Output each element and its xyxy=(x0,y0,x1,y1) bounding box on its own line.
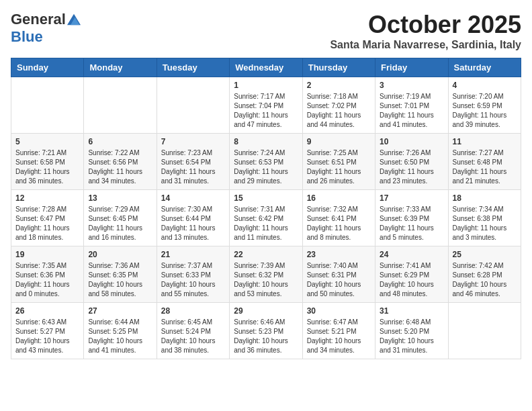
calendar-cell xyxy=(157,77,229,134)
day-info: Sunrise: 7:26 AM Sunset: 6:50 PM Dayligh… xyxy=(380,148,443,186)
logo: General Blue xyxy=(11,11,81,46)
calendar-cell: 20Sunrise: 7:36 AM Sunset: 6:35 PM Dayli… xyxy=(84,246,157,303)
calendar-week-row: 1Sunrise: 7:17 AM Sunset: 7:04 PM Daylig… xyxy=(11,77,521,134)
day-info: Sunrise: 7:36 AM Sunset: 6:35 PM Dayligh… xyxy=(88,261,152,299)
calendar-cell: 23Sunrise: 7:40 AM Sunset: 6:31 PM Dayli… xyxy=(302,246,375,303)
day-number: 26 xyxy=(15,306,79,316)
weekday-header-cell: Wednesday xyxy=(230,58,302,77)
day-number: 19 xyxy=(15,250,79,259)
weekday-header-cell: Saturday xyxy=(448,58,521,77)
day-number: 1 xyxy=(234,81,298,90)
day-number: 2 xyxy=(307,81,371,90)
day-number: 18 xyxy=(453,193,517,203)
day-number: 10 xyxy=(380,137,443,146)
day-info: Sunrise: 7:25 AM Sunset: 6:51 PM Dayligh… xyxy=(307,148,371,186)
calendar-cell: 7Sunrise: 7:23 AM Sunset: 6:54 PM Daylig… xyxy=(157,134,229,190)
calendar-cell xyxy=(84,77,157,134)
calendar-cell: 17Sunrise: 7:33 AM Sunset: 6:39 PM Dayli… xyxy=(375,190,448,246)
day-number: 20 xyxy=(88,250,152,259)
day-info: Sunrise: 7:32 AM Sunset: 6:41 PM Dayligh… xyxy=(307,205,371,242)
calendar-cell: 3Sunrise: 7:19 AM Sunset: 7:01 PM Daylig… xyxy=(375,77,448,134)
calendar-cell: 30Sunrise: 6:47 AM Sunset: 5:21 PM Dayli… xyxy=(302,303,375,359)
day-info: Sunrise: 7:27 AM Sunset: 6:48 PM Dayligh… xyxy=(453,148,517,186)
day-info: Sunrise: 7:31 AM Sunset: 6:42 PM Dayligh… xyxy=(234,205,298,242)
day-number: 13 xyxy=(88,193,152,203)
day-number: 7 xyxy=(161,137,225,146)
calendar-week-row: 12Sunrise: 7:28 AM Sunset: 6:47 PM Dayli… xyxy=(11,190,521,246)
calendar-cell: 27Sunrise: 6:44 AM Sunset: 5:25 PM Dayli… xyxy=(84,303,157,359)
day-info: Sunrise: 7:20 AM Sunset: 6:59 PM Dayligh… xyxy=(453,92,517,130)
calendar-cell: 12Sunrise: 7:28 AM Sunset: 6:47 PM Dayli… xyxy=(11,190,84,246)
title-section: October 2025 Santa Maria Navarrese, Sard… xyxy=(330,11,521,51)
day-number: 17 xyxy=(380,193,443,203)
calendar-cell: 19Sunrise: 7:35 AM Sunset: 6:36 PM Dayli… xyxy=(11,246,84,303)
day-number: 31 xyxy=(380,306,443,316)
calendar-cell xyxy=(11,77,84,134)
calendar-cell: 16Sunrise: 7:32 AM Sunset: 6:41 PM Dayli… xyxy=(302,190,375,246)
day-info: Sunrise: 7:35 AM Sunset: 6:36 PM Dayligh… xyxy=(15,261,79,299)
day-info: Sunrise: 7:30 AM Sunset: 6:44 PM Dayligh… xyxy=(161,205,225,242)
day-number: 29 xyxy=(234,306,298,316)
day-number: 25 xyxy=(453,250,517,259)
calendar-body: 1Sunrise: 7:17 AM Sunset: 7:04 PM Daylig… xyxy=(11,77,521,359)
day-info: Sunrise: 7:18 AM Sunset: 7:02 PM Dayligh… xyxy=(307,92,371,130)
day-number: 6 xyxy=(88,137,152,146)
day-number: 11 xyxy=(453,137,517,146)
day-info: Sunrise: 7:41 AM Sunset: 6:29 PM Dayligh… xyxy=(380,261,443,299)
calendar-cell xyxy=(448,303,521,359)
calendar-cell: 24Sunrise: 7:41 AM Sunset: 6:29 PM Dayli… xyxy=(375,246,448,303)
day-number: 30 xyxy=(307,306,371,316)
calendar-cell: 5Sunrise: 7:21 AM Sunset: 6:58 PM Daylig… xyxy=(11,134,84,190)
day-number: 5 xyxy=(15,137,79,146)
day-number: 21 xyxy=(161,250,225,259)
logo-icon xyxy=(67,13,81,26)
weekday-header-cell: Sunday xyxy=(11,58,84,77)
calendar-cell: 1Sunrise: 7:17 AM Sunset: 7:04 PM Daylig… xyxy=(230,77,302,134)
logo-general-text: General xyxy=(11,11,66,28)
calendar-cell: 21Sunrise: 7:37 AM Sunset: 6:33 PM Dayli… xyxy=(157,246,229,303)
calendar-cell: 29Sunrise: 6:46 AM Sunset: 5:23 PM Dayli… xyxy=(230,303,302,359)
calendar-cell: 25Sunrise: 7:42 AM Sunset: 6:28 PM Dayli… xyxy=(448,246,521,303)
day-number: 24 xyxy=(380,250,443,259)
calendar-week-row: 5Sunrise: 7:21 AM Sunset: 6:58 PM Daylig… xyxy=(11,134,521,190)
calendar-cell: 11Sunrise: 7:27 AM Sunset: 6:48 PM Dayli… xyxy=(448,134,521,190)
day-info: Sunrise: 7:34 AM Sunset: 6:38 PM Dayligh… xyxy=(453,205,517,242)
location-title: Santa Maria Navarrese, Sardinia, Italy xyxy=(330,39,521,51)
month-title: October 2025 xyxy=(330,11,521,39)
calendar-table: SundayMondayTuesdayWednesdayThursdayFrid… xyxy=(11,58,521,359)
calendar-cell: 13Sunrise: 7:29 AM Sunset: 6:45 PM Dayli… xyxy=(84,190,157,246)
day-info: Sunrise: 7:21 AM Sunset: 6:58 PM Dayligh… xyxy=(15,148,79,186)
day-info: Sunrise: 7:23 AM Sunset: 6:54 PM Dayligh… xyxy=(161,148,225,186)
day-info: Sunrise: 7:40 AM Sunset: 6:31 PM Dayligh… xyxy=(307,261,371,299)
weekday-header-cell: Monday xyxy=(84,58,157,77)
day-number: 4 xyxy=(453,81,517,90)
day-info: Sunrise: 7:28 AM Sunset: 6:47 PM Dayligh… xyxy=(15,205,79,242)
day-number: 15 xyxy=(234,193,298,203)
calendar-cell: 9Sunrise: 7:25 AM Sunset: 6:51 PM Daylig… xyxy=(302,134,375,190)
calendar-week-row: 19Sunrise: 7:35 AM Sunset: 6:36 PM Dayli… xyxy=(11,246,521,303)
day-number: 22 xyxy=(234,250,298,259)
day-number: 28 xyxy=(161,306,225,316)
calendar-week-row: 26Sunrise: 6:43 AM Sunset: 5:27 PM Dayli… xyxy=(11,303,521,359)
calendar-cell: 8Sunrise: 7:24 AM Sunset: 6:53 PM Daylig… xyxy=(230,134,302,190)
calendar-cell: 18Sunrise: 7:34 AM Sunset: 6:38 PM Dayli… xyxy=(448,190,521,246)
day-info: Sunrise: 7:29 AM Sunset: 6:45 PM Dayligh… xyxy=(88,205,152,242)
calendar-cell: 15Sunrise: 7:31 AM Sunset: 6:42 PM Dayli… xyxy=(230,190,302,246)
day-number: 9 xyxy=(307,137,371,146)
day-info: Sunrise: 7:39 AM Sunset: 6:32 PM Dayligh… xyxy=(234,261,298,299)
day-number: 23 xyxy=(307,250,371,259)
calendar-cell: 22Sunrise: 7:39 AM Sunset: 6:32 PM Dayli… xyxy=(230,246,302,303)
day-info: Sunrise: 6:44 AM Sunset: 5:25 PM Dayligh… xyxy=(88,318,152,355)
weekday-header-cell: Thursday xyxy=(302,58,375,77)
day-info: Sunrise: 6:47 AM Sunset: 5:21 PM Dayligh… xyxy=(307,318,371,355)
day-info: Sunrise: 7:33 AM Sunset: 6:39 PM Dayligh… xyxy=(380,205,443,242)
calendar-cell: 10Sunrise: 7:26 AM Sunset: 6:50 PM Dayli… xyxy=(375,134,448,190)
calendar-cell: 6Sunrise: 7:22 AM Sunset: 6:56 PM Daylig… xyxy=(84,134,157,190)
logo-blue-text: Blue xyxy=(11,28,43,45)
calendar-cell: 4Sunrise: 7:20 AM Sunset: 6:59 PM Daylig… xyxy=(448,77,521,134)
page-header: General Blue October 2025 Santa Maria Na… xyxy=(11,11,521,51)
calendar-cell: 14Sunrise: 7:30 AM Sunset: 6:44 PM Dayli… xyxy=(157,190,229,246)
day-info: Sunrise: 7:24 AM Sunset: 6:53 PM Dayligh… xyxy=(234,148,298,186)
day-info: Sunrise: 7:42 AM Sunset: 6:28 PM Dayligh… xyxy=(453,261,517,299)
weekday-header-cell: Tuesday xyxy=(157,58,229,77)
